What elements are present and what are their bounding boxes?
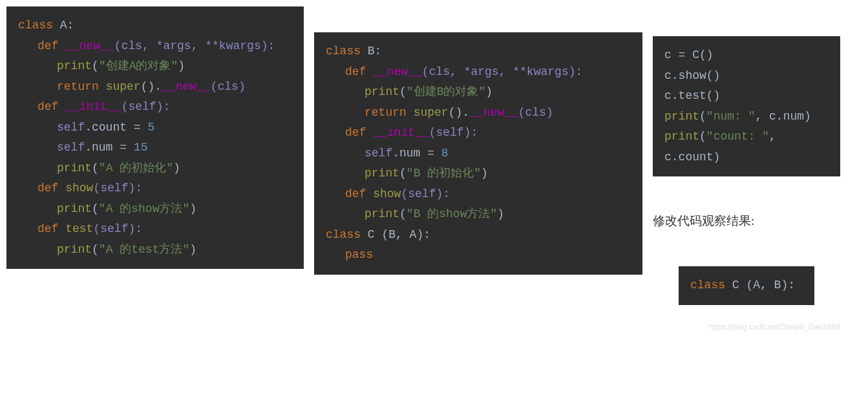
right-column: c = C() c.show() c.test() print("num: ",… (653, 36, 840, 334)
self: self (57, 141, 85, 154)
number: 8 (441, 147, 449, 160)
paren: ) (485, 85, 492, 98)
params: (self): (93, 222, 142, 235)
builtin-call: super (414, 106, 449, 119)
builtin-call: print (57, 162, 92, 175)
class-name: A: (60, 19, 74, 32)
code-line: pass (326, 245, 631, 266)
builtin-call: print (57, 59, 92, 72)
builtin-call: print (365, 85, 399, 98)
code-line: def __new__(cls, *args, **kwargs): (18, 36, 292, 57)
params: (cls, *args, **kwargs): (422, 65, 582, 78)
builtin-call: print (57, 243, 92, 256)
paren: ( (399, 207, 407, 220)
code-line: self.num = 8 (326, 143, 631, 164)
code-block-class-a: class A: def __new__(cls, *args, **kwarg… (6, 6, 304, 269)
keyword: def (37, 182, 65, 195)
code-line: def show(self): (326, 184, 631, 205)
code-line: class A: (18, 16, 292, 36)
method-name: show (65, 182, 93, 195)
string: "A 的test方法" (99, 243, 189, 256)
string: "B 的show方法" (407, 207, 497, 220)
code-line: class C (B, A): (326, 225, 631, 246)
method-name: test (65, 222, 93, 235)
paren: ) (178, 59, 185, 72)
code-line: print("num: ", c.num) (664, 107, 829, 127)
self: self (57, 121, 85, 134)
paren: ( (92, 202, 99, 215)
builtin-call: print (365, 167, 399, 180)
plain: .num = (392, 147, 441, 160)
plain: , c.num) (755, 110, 810, 123)
builtin-call: print (365, 207, 399, 220)
code-line: return super().__new__(cls) (326, 103, 631, 123)
keyword: def (345, 65, 373, 78)
keyword: class (690, 279, 732, 291)
plain: .count = (85, 121, 147, 134)
dunder-method: __new__ (469, 106, 518, 119)
builtin-call: print (664, 110, 699, 123)
params: (cls, *args, **kwargs): (114, 39, 275, 52)
code-line: c = C() (664, 45, 829, 66)
paren: ( (399, 85, 407, 98)
code-line: print("B 的show方法") (326, 204, 631, 225)
code-line: print("count: ", (664, 127, 829, 147)
code-line: class B: (326, 41, 631, 62)
keyword: def (345, 126, 373, 139)
caption: 修改代码观察结果: (653, 210, 840, 231)
dunder-method: __init__ (373, 126, 429, 139)
code-line: print("A 的show方法") (18, 199, 292, 220)
string: "count: " (706, 130, 769, 143)
class-name: B: (368, 45, 382, 58)
number: 5 (147, 121, 154, 134)
paren: ) (481, 167, 488, 180)
code-line: class C (A, B): (690, 275, 803, 296)
code-block-usage: c = C() c.show() c.test() print("num: ",… (653, 36, 840, 176)
watermark: https://blog.csdn.net/Dream_Gao1989 (653, 321, 840, 334)
paren: ( (699, 130, 706, 143)
plain: (). (449, 106, 469, 119)
paren: ) (189, 202, 196, 215)
string: "A 的show方法" (99, 202, 189, 215)
string: "num: " (706, 110, 756, 123)
builtin-call: print (664, 130, 699, 143)
code-block-class-b-c: class B: def __new__(cls, *args, **kwarg… (314, 32, 642, 275)
paren: ) (173, 162, 180, 175)
params: (self): (122, 100, 171, 113)
paren: ( (92, 162, 99, 175)
class-name: C (B, A): (368, 228, 430, 241)
keyword: def (37, 100, 65, 113)
paren: ) (497, 207, 504, 220)
string: "创建B的对象" (407, 85, 485, 98)
self: self (365, 147, 392, 160)
plain: .num = (85, 141, 134, 154)
params: (self): (401, 187, 450, 200)
code-line: print("创建B的对象") (326, 82, 631, 103)
code-line: self.count = 5 (18, 118, 292, 138)
plain: , (769, 130, 783, 143)
dunder-method: __new__ (65, 39, 114, 52)
code-line: c.show() (664, 66, 829, 87)
params: (self): (93, 182, 142, 195)
keyword: def (345, 187, 373, 200)
dunder-method: __new__ (162, 80, 211, 93)
builtin-call: super (106, 80, 141, 93)
builtin-call: print (57, 202, 92, 215)
code-block-modified: class C (A, B): (679, 266, 814, 305)
paren: ( (92, 243, 99, 256)
keyword: class (326, 45, 368, 58)
dunder-method: __init__ (65, 100, 121, 113)
params: (self): (429, 126, 478, 139)
plain: (). (141, 80, 162, 93)
method-name: show (373, 187, 401, 200)
plain: c.test() (664, 89, 720, 102)
string: "A 的初始化" (99, 162, 173, 175)
code-line: print("A 的test方法") (18, 240, 292, 260)
plain: c = C() (664, 48, 714, 61)
keyword: return (57, 80, 106, 93)
keyword: class (18, 19, 60, 32)
plain: c.show() (664, 69, 720, 82)
keyword: def (37, 222, 65, 235)
keyword: return (365, 106, 414, 119)
code-line: def __init__(self): (326, 123, 631, 143)
